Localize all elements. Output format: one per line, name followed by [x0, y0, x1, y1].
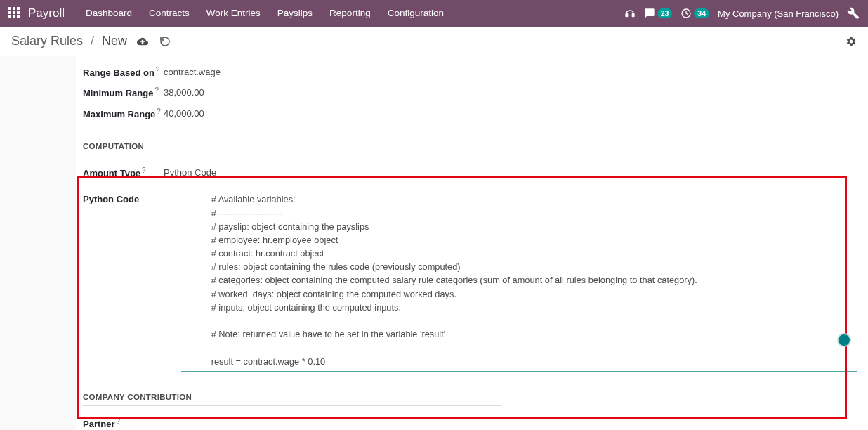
save-cloud-icon[interactable]: [137, 36, 148, 47]
section-computation: COMPUTATION: [83, 142, 861, 150]
discard-icon[interactable]: [159, 36, 171, 47]
field-maximum-range: Maximum Range? 40,000.00: [83, 103, 861, 124]
company-switcher[interactable]: My Company (San Francisco): [718, 8, 839, 19]
label-partner: Partner?: [83, 417, 164, 429]
section-divider: [83, 155, 459, 155]
svg-rect-0: [8, 7, 11, 10]
value-minimum-range[interactable]: 38,000.00: [164, 87, 204, 98]
breadcrumb-current: New: [102, 34, 127, 48]
breadcrumb-actions: [137, 36, 171, 47]
activities-badge: 34: [694, 8, 709, 18]
value-range-based-on[interactable]: contract.wage: [164, 67, 221, 77]
value-amount-type[interactable]: Python Code: [164, 167, 216, 178]
nav-reporting[interactable]: Reporting: [321, 0, 379, 27]
floating-help-button[interactable]: [837, 333, 851, 347]
svg-rect-7: [13, 15, 15, 18]
label-minimum-range: Minimum Range?: [83, 86, 164, 98]
activities-icon[interactable]: 34: [680, 8, 709, 19]
label-python-code: Python Code: [83, 193, 181, 204]
svg-rect-5: [17, 11, 20, 14]
help-icon[interactable]: ?: [156, 66, 160, 74]
breadcrumb-separator: /: [91, 34, 94, 48]
svg-rect-3: [8, 11, 11, 14]
svg-rect-4: [13, 11, 15, 14]
nav-payslips[interactable]: Payslips: [269, 0, 321, 27]
form-sheet: Range Based on? contract.wage Minimum Ra…: [76, 56, 868, 430]
help-icon[interactable]: ?: [154, 86, 159, 94]
field-minimum-range: Minimum Range? 38,000.00: [83, 82, 861, 103]
topnav-right: 23 34 My Company (San Francisco): [624, 7, 860, 20]
field-partner: Partner?: [83, 413, 861, 430]
label-maximum-range: Maximum Range?: [83, 107, 164, 119]
breadcrumb: Salary Rules / New: [11, 34, 127, 48]
help-icon[interactable]: ?: [117, 417, 121, 425]
breadcrumb-parent[interactable]: Salary Rules: [11, 34, 83, 48]
topnav: Payroll Dashboard Contracts Work Entries…: [0, 0, 868, 27]
svg-rect-9: [626, 14, 628, 17]
label-amount-type: Amount Type?: [83, 167, 164, 178]
messages-icon[interactable]: 23: [644, 8, 673, 19]
section-company-contribution: COMPANY CONTRIBUTION: [83, 393, 861, 401]
apps-icon[interactable]: [8, 7, 21, 20]
debug-icon[interactable]: [847, 7, 860, 20]
messages-badge: 23: [657, 8, 673, 18]
nav-contracts[interactable]: Contracts: [140, 0, 198, 27]
help-icon[interactable]: ?: [142, 167, 146, 174]
field-range-based-on: Range Based on? contract.wage: [83, 62, 861, 82]
help-icon[interactable]: ?: [157, 107, 161, 115]
svg-rect-8: [17, 15, 20, 18]
svg-rect-10: [632, 14, 634, 17]
app-name[interactable]: Payroll: [28, 6, 65, 20]
field-python-code: Python Code # Available variables: #----…: [83, 193, 861, 371]
python-code-textarea[interactable]: # Available variables: #----------------…: [181, 193, 861, 367]
gear-icon[interactable]: [846, 36, 857, 47]
input-underline: [181, 371, 857, 372]
topnav-left: Payroll Dashboard Contracts Work Entries…: [8, 0, 452, 27]
support-icon[interactable]: [624, 8, 636, 19]
content-area: Range Based on? contract.wage Minimum Ra…: [0, 56, 868, 430]
breadcrumb-bar: Salary Rules / New: [0, 27, 868, 56]
nav-dashboard[interactable]: Dashboard: [77, 0, 140, 27]
nav-work-entries[interactable]: Work Entries: [198, 0, 269, 27]
field-amount-type: Amount Type? Python Code: [83, 162, 861, 183]
svg-rect-6: [8, 15, 11, 18]
svg-rect-2: [17, 7, 20, 10]
value-maximum-range[interactable]: 40,000.00: [164, 108, 204, 119]
python-code-wrapper: # Available variables: #----------------…: [181, 193, 861, 371]
section-divider: [83, 405, 501, 406]
nav-configuration[interactable]: Configuration: [379, 0, 452, 27]
svg-rect-1: [13, 7, 15, 10]
label-range-based-on: Range Based on?: [83, 66, 164, 78]
